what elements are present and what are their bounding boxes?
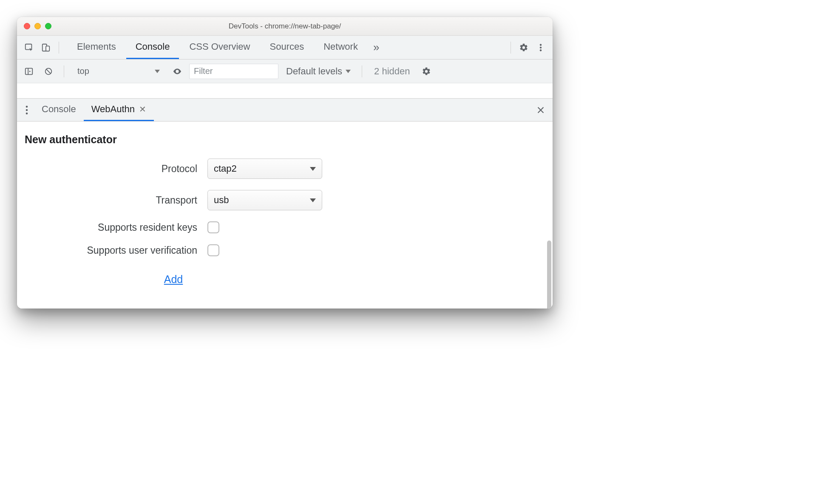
console-output-area (17, 83, 553, 99)
console-filter-input[interactable] (189, 64, 278, 79)
webauthn-panel: New authenticator Protocol ctap2 Transpo… (17, 122, 553, 309)
main-tabstrip: Elements Console CSS Overview Sources Ne… (17, 36, 553, 59)
log-levels-select[interactable]: Default levels (283, 66, 354, 77)
kebab-menu-icon[interactable] (533, 40, 548, 55)
svg-point-10 (26, 105, 28, 108)
svg-point-4 (540, 47, 542, 48)
clear-console-icon[interactable] (41, 64, 56, 79)
user-verification-label: Supports user verification (25, 245, 207, 256)
more-tabs-icon[interactable]: » (369, 41, 383, 54)
resident-keys-checkbox[interactable] (207, 221, 219, 233)
window-title: DevTools - chrome://new-tab-page/ (17, 22, 553, 31)
titlebar: DevTools - chrome://new-tab-page/ (17, 17, 553, 36)
svg-rect-2 (46, 46, 49, 51)
chevron-down-icon (346, 70, 351, 73)
svg-point-12 (26, 112, 28, 114)
console-sidebar-toggle-icon[interactable] (21, 64, 37, 79)
execution-context-value: top (77, 66, 89, 76)
console-settings-gear-icon[interactable] (419, 64, 434, 79)
divider (59, 42, 59, 54)
divider (64, 65, 64, 77)
section-title: New authenticator (25, 133, 545, 146)
tab-network[interactable]: Network (314, 36, 367, 59)
close-tab-icon[interactable]: ✕ (139, 104, 146, 114)
drawer-tab-console[interactable]: Console (34, 99, 84, 121)
svg-rect-6 (26, 68, 33, 74)
tab-elements[interactable]: Elements (68, 36, 125, 59)
chevron-down-icon (155, 70, 160, 73)
svg-point-3 (540, 44, 542, 45)
settings-gear-icon[interactable] (516, 40, 531, 55)
hidden-messages-count[interactable]: 2 hidden (370, 66, 414, 77)
tab-css-overview[interactable]: CSS Overview (180, 36, 259, 59)
tab-console[interactable]: Console (126, 36, 179, 59)
drawer-tab-webauthn[interactable]: WebAuthn ✕ (84, 99, 154, 121)
protocol-select[interactable]: ctap2 (207, 159, 322, 179)
scrollbar-thumb[interactable] (547, 241, 551, 309)
log-levels-label: Default levels (286, 66, 342, 77)
drawer-tab-label: WebAuthn (91, 104, 135, 115)
svg-point-5 (540, 49, 542, 51)
protocol-value: ctap2 (214, 163, 237, 174)
authenticator-form: Protocol ctap2 Transport usb Supports re… (25, 159, 545, 286)
svg-point-11 (26, 109, 28, 111)
transport-label: Transport (25, 195, 207, 206)
inspect-element-icon[interactable] (21, 40, 37, 55)
main-tabs: Elements Console CSS Overview Sources Ne… (68, 36, 367, 59)
tab-sources[interactable]: Sources (260, 36, 313, 59)
execution-context-select[interactable]: top (72, 64, 165, 79)
chevron-down-icon (310, 198, 316, 202)
divider (511, 42, 511, 54)
transport-value: usb (214, 195, 229, 206)
live-expression-eye-icon[interactable] (170, 64, 185, 79)
add-authenticator-button[interactable]: Add (164, 273, 183, 286)
drawer-tabstrip: Console WebAuthn ✕ (17, 99, 553, 122)
drawer-close-icon[interactable] (531, 105, 550, 115)
drawer-tab-label: Console (42, 104, 76, 115)
console-toolbar: top Default levels 2 hidden (17, 59, 553, 83)
protocol-label: Protocol (25, 163, 207, 175)
user-verification-checkbox[interactable] (207, 244, 219, 256)
drawer-kebab-menu-icon[interactable] (20, 105, 34, 115)
chevron-down-icon (310, 167, 316, 171)
divider (362, 65, 362, 77)
svg-line-9 (46, 69, 51, 73)
transport-select[interactable]: usb (207, 190, 322, 210)
devtools-window: DevTools - chrome://new-tab-page/ Elemen… (17, 17, 553, 309)
resident-keys-label: Supports resident keys (25, 222, 207, 233)
device-toolbar-icon[interactable] (38, 40, 54, 55)
